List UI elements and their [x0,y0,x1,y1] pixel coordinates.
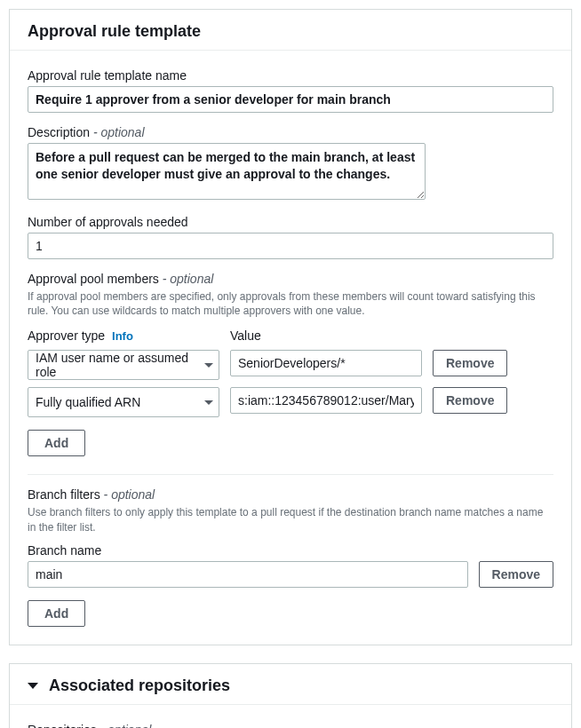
approvals-group: Number of approvals needed [28,215,553,259]
approver-type-select[interactable]: IAM user name or assumed role [28,350,219,380]
pool-header-row: Approver type Info Value [28,328,553,346]
associated-repositories-panel: Associated repositories Repositories - o… [9,663,572,728]
select-value: IAM user name or assumed role [36,351,199,379]
pool-label-text: Approval pool members [28,272,159,286]
panel-title-text: Associated repositories [49,677,230,695]
pool-value-input[interactable] [230,350,422,376]
branch-filter-label: Branch filters - optional [28,487,553,502]
template-name-input[interactable] [28,86,553,113]
branch-filter-label-text: Branch filters [28,487,100,502]
description-textarea[interactable]: Before a pull request can be merged to t… [28,143,426,200]
disclosure-triangle-icon[interactable] [28,683,38,689]
add-button[interactable]: Add [28,600,85,627]
description-label: Description - optional [28,125,553,139]
panel-title: Associated repositories [10,664,571,704]
repositories-label: Repositories - optional [28,723,553,728]
approver-type-select[interactable]: Fully qualified ARN [28,387,219,417]
remove-button[interactable]: Remove [433,387,507,414]
optional-text: - optional [163,272,214,286]
optional-text: - optional [100,723,152,728]
info-link[interactable]: Info [112,329,133,343]
pool-label: Approval pool members - optional [28,272,553,286]
remove-button[interactable]: Remove [479,561,553,588]
approval-rule-template-panel: Approval rule template Approval rule tem… [9,9,572,645]
pool-row: IAM user name or assumed role Remove [28,350,553,380]
divider [28,474,553,475]
approver-type-label-text: Approver type [28,328,105,343]
chevron-down-icon [204,363,213,368]
remove-button[interactable]: Remove [433,350,507,376]
pool-rows: IAM user name or assumed role Remove [28,350,553,417]
description-label-text: Description [28,125,90,139]
chevron-down-icon [204,400,213,405]
panel-title: Approval rule template [10,10,571,50]
repositories-group: Repositories - optional MyDemoRepo ✕ MyT… [28,723,553,728]
optional-text: - optional [104,487,155,502]
branch-hint: Use branch filters to only apply this te… [28,505,553,534]
branch-name-input[interactable] [28,561,468,588]
template-name-group: Approval rule template name [28,68,553,113]
approvals-input[interactable] [28,233,553,259]
panel-title-text: Approval rule template [28,22,201,41]
value-label: Value [230,328,422,343]
template-name-label: Approval rule template name [28,68,553,83]
pool-row: Fully qualified ARN Remove [28,387,553,417]
repositories-label-text: Repositories [28,723,97,728]
panel-body: Repositories - optional MyDemoRepo ✕ MyT… [10,704,571,728]
add-button[interactable]: Add [28,430,85,456]
select-value: Fully qualified ARN [36,395,140,409]
pool-hint: If approval pool members are specified, … [28,289,553,318]
branch-name-label: Branch name [28,543,553,558]
pool-group: Approval pool members - optional If appr… [28,272,553,456]
branch-row: Remove [28,561,553,588]
panel-body: Approval rule template name Description … [10,50,571,645]
pool-value-input[interactable] [230,387,422,414]
description-group: Description - optional Before a pull req… [28,125,553,202]
approver-type-label: Approver type Info [28,328,219,343]
optional-text: - optional [93,125,145,139]
branch-filter-group: Branch filters - optional Use branch fil… [28,487,553,626]
approvals-label: Number of approvals needed [28,215,553,229]
